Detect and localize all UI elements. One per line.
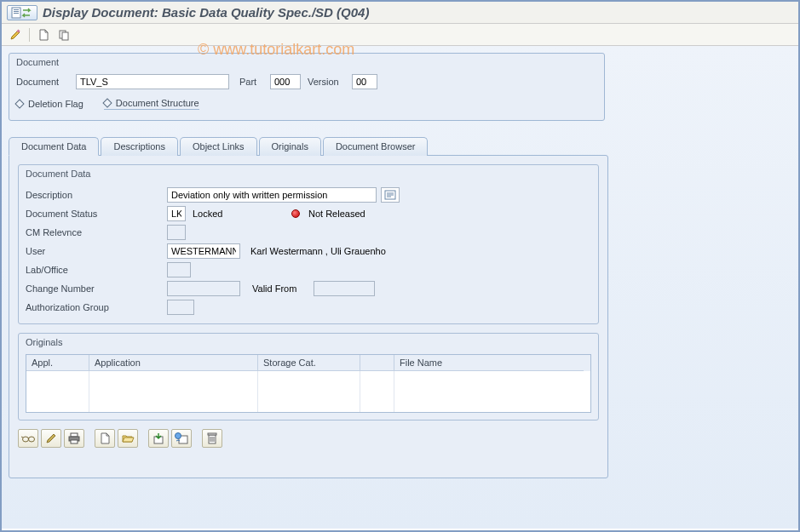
create-button[interactable] — [95, 429, 115, 448]
originals-table: Appl. Application Storage Cat. File Name — [26, 354, 591, 413]
tab-strip: Document Data Descriptions Object Links … — [9, 136, 791, 155]
doc-data-title: Document Data — [19, 165, 598, 186]
new-doc-button[interactable] — [35, 26, 52, 43]
tab-originals[interactable]: Originals — [259, 137, 321, 156]
part-label: Part — [239, 77, 265, 87]
col-appl[interactable]: Appl. — [26, 355, 89, 371]
diamond-icon — [102, 98, 112, 107]
document-input[interactable] — [76, 74, 229, 89]
svg-point-19 — [176, 433, 181, 439]
document-structure-link[interactable]: Document Structure — [104, 98, 199, 110]
doc-data-group: Document Data Description Document Statu… — [18, 164, 599, 324]
auth-input[interactable] — [167, 300, 194, 315]
user-label: User — [26, 246, 162, 256]
table-header: Appl. Application Storage Cat. File Name — [26, 355, 590, 371]
checkout-button[interactable] — [171, 429, 192, 448]
description-input[interactable] — [167, 187, 377, 203]
cm-label: CM Relevnce — [26, 227, 162, 237]
description-label: Description — [26, 190, 162, 200]
open-button[interactable] — [118, 429, 138, 448]
long-text-button[interactable] — [381, 187, 400, 203]
svg-point-12 — [29, 437, 35, 442]
edit-original-button[interactable] — [41, 429, 61, 448]
display-button[interactable] — [18, 429, 38, 448]
lab-input[interactable] — [167, 262, 191, 277]
tab-descriptions[interactable]: Descriptions — [101, 137, 178, 156]
tab-object-links[interactable]: Object Links — [180, 137, 257, 156]
cm-input[interactable] — [167, 225, 186, 240]
col-blank[interactable] — [360, 355, 394, 371]
version-label: Version — [308, 77, 347, 87]
page-title: Display Document: Basic Data Quality Spe… — [43, 5, 369, 20]
change-input[interactable] — [167, 281, 240, 296]
edit-button[interactable] — [7, 26, 24, 43]
checkin-button[interactable] — [148, 429, 169, 448]
svg-rect-16 — [71, 440, 78, 443]
svg-rect-1 — [14, 9, 19, 10]
col-file-name[interactable]: File Name — [394, 355, 584, 371]
print-button[interactable] — [64, 429, 84, 448]
deletion-flag[interactable]: Deletion Flag — [16, 99, 83, 109]
status-indicator-icon — [291, 209, 300, 218]
diamond-icon — [14, 99, 24, 108]
col-storage-cat[interactable]: Storage Cat. — [258, 355, 360, 371]
copy-button[interactable] — [55, 26, 72, 43]
originals-group: Originals Appl. Application Storage Cat.… — [18, 333, 599, 420]
col-application[interactable]: Application — [89, 355, 258, 371]
change-label: Change Number — [26, 283, 162, 294]
toolbar-separator — [29, 28, 30, 42]
originals-button-row — [18, 429, 599, 448]
tab-document-browser[interactable]: Document Browser — [323, 137, 429, 156]
svg-rect-21 — [208, 433, 216, 435]
tab-panel: Document Data Description Document Statu… — [9, 155, 608, 478]
status-code-input[interactable] — [167, 206, 186, 221]
version-input[interactable] — [352, 74, 377, 89]
user-full-name: Karl Westermann , Uli Grauenho — [250, 246, 386, 256]
valid-from-input[interactable] — [314, 281, 375, 296]
auth-label: Authorization Group — [26, 302, 162, 312]
tab-document-data[interactable]: Document Data — [9, 137, 99, 156]
toolbar — [2, 24, 798, 46]
part-input[interactable] — [270, 74, 301, 89]
document-label: Document — [16, 77, 71, 87]
valid-from-label: Valid From — [252, 283, 308, 294]
status-label: Document Status — [26, 209, 162, 219]
status-release: Not Released — [308, 209, 365, 219]
originals-title: Originals — [19, 334, 598, 354]
title-bar: Display Document: Basic Data Quality Spe… — [2, 2, 798, 24]
document-header-group: Document Document Part Version Deletion … — [9, 53, 605, 121]
lab-label: Lab/Office — [26, 265, 162, 275]
app-menu-icon[interactable] — [7, 5, 37, 20]
svg-rect-3 — [14, 13, 19, 14]
delete-button[interactable] — [202, 429, 222, 448]
main-content: © www.tutorialkart.com Document Document… — [2, 46, 798, 529]
user-input[interactable] — [167, 243, 240, 259]
table-body[interactable] — [26, 371, 590, 412]
document-group-title: Document — [9, 54, 604, 72]
svg-rect-2 — [14, 11, 19, 12]
svg-rect-6 — [62, 32, 68, 40]
svg-point-11 — [23, 437, 29, 442]
svg-rect-14 — [71, 433, 78, 437]
svg-line-13 — [21, 437, 23, 438]
status-text: Locked — [193, 209, 286, 219]
